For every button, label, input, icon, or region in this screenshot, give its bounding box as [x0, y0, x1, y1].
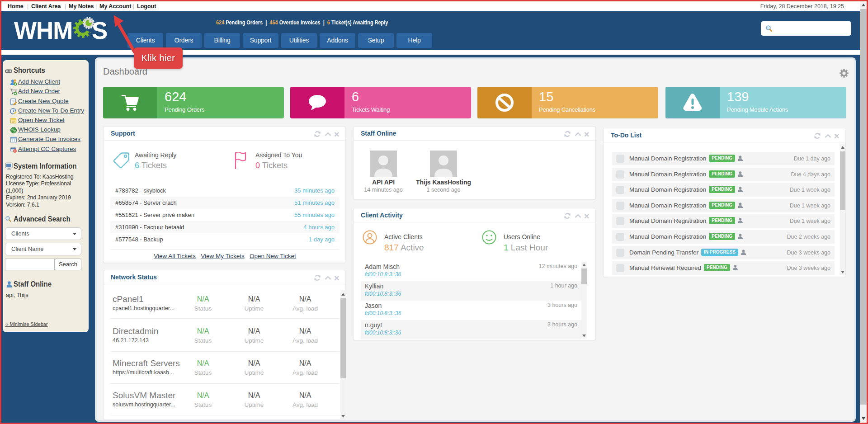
svg-text:WHM: WHM: [14, 17, 72, 43]
svg-text:S: S: [92, 17, 108, 43]
